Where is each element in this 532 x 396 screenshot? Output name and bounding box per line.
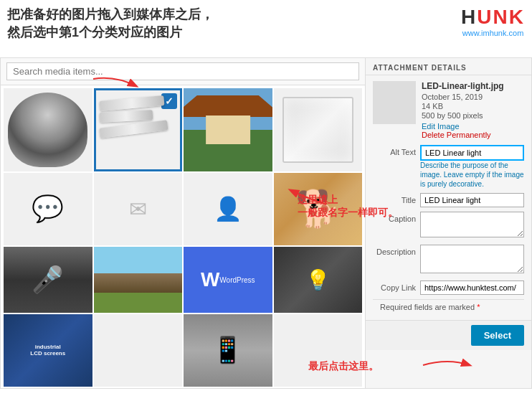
phone-icon: 📱 — [212, 335, 244, 365]
logo: HUNK — [461, 6, 525, 29]
lcd-image: industrial LCD screens — [4, 314, 92, 387]
required-star: * — [477, 303, 480, 311]
grid-cell-person[interactable]: 👤 — [184, 173, 272, 246]
grid-cell-panel[interactable] — [274, 88, 363, 171]
caption-label: Caption — [373, 212, 416, 223]
mail-icon: ✉ — [129, 197, 147, 222]
caption-row: Caption — [373, 212, 524, 240]
logo-unk: UNK — [477, 6, 525, 28]
select-button[interactable]: Select — [471, 325, 524, 346]
description-row: Description — [373, 245, 524, 276]
led-bar-3 — [100, 120, 168, 138]
media-grid: ✓ 💬 ✉ 👤 — [1, 85, 365, 390]
file-date: October 15, 2019 — [422, 93, 524, 101]
file-size: 14 KB — [422, 102, 524, 110]
description-input-wrap — [420, 245, 524, 276]
edit-image-link[interactable]: Edit Image — [422, 122, 524, 131]
alt-text-input[interactable] — [420, 145, 524, 161]
file-details: LED-Linear-light.jpg October 15, 2019 14… — [422, 81, 524, 139]
floodlight-image: 💡 — [274, 247, 363, 313]
search-bar — [1, 58, 365, 85]
title-input-wrap — [420, 193, 524, 207]
copy-link-input-wrap — [420, 280, 524, 295]
grid-cell-empty2[interactable] — [274, 314, 363, 387]
speaker-image: 🎤 — [4, 247, 92, 313]
search-input[interactable] — [6, 62, 359, 80]
thumb-bar-3 — [394, 108, 395, 115]
file-name: LED-Linear-light.jpg — [422, 81, 524, 91]
file-dims: 500 by 500 pixels — [422, 111, 524, 120]
grid-cell-dog[interactable] — [274, 173, 363, 246]
title-row: Title — [373, 193, 524, 207]
logo-area: HUNK www.imhunk.com — [461, 6, 525, 37]
grid-cell-led-linear[interactable]: ✓ — [94, 88, 183, 171]
delete-permanently-link[interactable]: Delete Permanently — [422, 131, 524, 139]
file-thumbnail — [373, 81, 416, 124]
wp-logo: W — [201, 268, 219, 291]
grid-cell-phone[interactable]: 📱 — [184, 314, 272, 387]
chat-icon: 💬 — [32, 194, 64, 224]
led-bar-2 — [100, 110, 153, 123]
media-library: ✓ 💬 ✉ 👤 — [0, 57, 366, 389]
caption-input-wrap — [420, 212, 524, 240]
alt-text-hint[interactable]: Describe the purpose of the image. Leave… — [420, 161, 524, 189]
description-label: Description — [373, 245, 416, 256]
caption-textarea[interactable] — [420, 212, 524, 237]
mountain-image — [94, 247, 183, 313]
title-input[interactable] — [420, 193, 524, 207]
grid-cell-empty1[interactable] — [94, 314, 183, 387]
grid-cell-lamp[interactable] — [4, 88, 92, 171]
attachment-title: ATTACHMENT DETAILS — [366, 58, 531, 75]
lamp-image — [8, 93, 87, 167]
grid-cell-mountain[interactable] — [94, 247, 183, 313]
required-note: Required fields are marked * — [373, 299, 524, 314]
grid-cell-lcd[interactable]: industrial LCD screens — [4, 314, 92, 387]
file-info-row: LED-Linear-light.jpg October 15, 2019 14… — [373, 81, 524, 139]
grid-cell-house[interactable] — [184, 88, 272, 171]
copy-link-input[interactable] — [420, 280, 524, 295]
floodlight-icon: 💡 — [305, 268, 331, 291]
led-bar-1 — [100, 95, 165, 111]
thumb-bar-1 — [394, 90, 395, 98]
alt-text-label: Alt Text — [373, 145, 416, 156]
lcd-text1: industrial — [35, 344, 61, 350]
grid-cell-wordpress[interactable]: W WordPress — [184, 247, 272, 313]
house-image — [184, 88, 272, 171]
speaker-figure: 🎤 — [32, 265, 64, 295]
logo-url: www.imhunk.com — [461, 29, 525, 37]
wordpress-image: W WordPress — [184, 247, 272, 313]
grid-cell-chat[interactable]: 💬 — [4, 173, 92, 246]
logo-h: H — [461, 6, 477, 28]
alt-text-input-wrap: Describe the purpose of the image. Leave… — [420, 145, 524, 189]
copy-link-label: Copy Link — [373, 280, 416, 292]
alt-text-row: Alt Text Describe the purpose of the ima… — [373, 145, 524, 189]
lcd-text2: LCD screens — [30, 350, 65, 357]
grid-cell-speaker[interactable]: 🎤 — [4, 247, 92, 313]
dog-image — [274, 173, 363, 246]
copy-link-row: Copy Link — [373, 280, 524, 295]
attachment-content: LED-Linear-light.jpg October 15, 2019 14… — [366, 75, 531, 320]
select-btn-row: Select — [366, 320, 531, 350]
phone-image: 📱 — [184, 314, 272, 387]
title-label: Title — [373, 193, 416, 204]
grid-cell-mail[interactable]: ✉ — [94, 173, 183, 246]
description-textarea[interactable] — [420, 245, 524, 273]
top-annotation: 把准备好的图片拖入到媒体库之后， 然后选中第1个分类对应的图片 — [7, 6, 214, 42]
panel-image — [282, 97, 353, 163]
attachment-panel: ATTACHMENT DETAILS LED-Linear-light.jpg … — [366, 57, 532, 389]
grid-cell-floodlight[interactable]: 💡 — [274, 247, 363, 313]
wp-text: WordPress — [219, 276, 255, 284]
person-icon: 👤 — [214, 195, 242, 222]
